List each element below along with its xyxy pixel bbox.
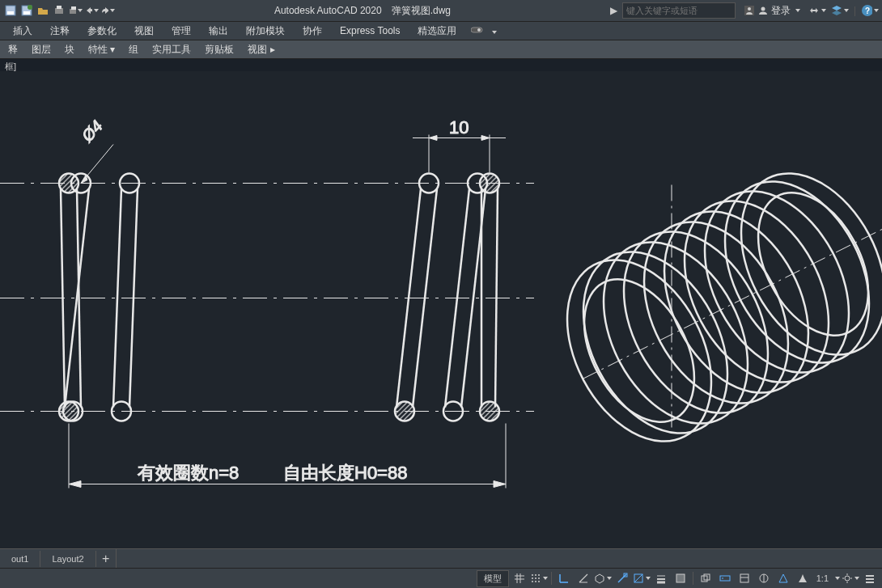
window-title: Autodesk AutoCAD 2020 弹簧视图.dwg xyxy=(115,4,610,18)
tab-group[interactable]: 组 xyxy=(122,41,145,58)
lineweight-icon[interactable] xyxy=(652,570,670,586)
ribbon-panel-tabs: 释 图层 块 特性 ▾ 组 实用工具 剪贴板 视图 ▸ xyxy=(0,40,882,59)
svg-rect-1 xyxy=(7,11,14,15)
tab-properties[interactable]: 特性 ▾ xyxy=(82,41,121,58)
drawing-canvas[interactable]: Ø4 10 有效圈数n=8 自由长度H0=88 xyxy=(0,71,882,549)
svg-point-32 xyxy=(480,174,499,193)
svg-point-35 xyxy=(480,402,499,421)
app-icon[interactable] xyxy=(831,2,849,19)
dynamic-input-icon[interactable] xyxy=(716,570,734,586)
status-scale[interactable]: 1:1 xyxy=(813,573,832,583)
exchange-icon[interactable] xyxy=(808,2,826,19)
svg-point-4 xyxy=(28,5,32,10)
menu-manage[interactable]: 管理 xyxy=(163,23,199,40)
osnap2-icon[interactable] xyxy=(633,570,651,586)
svg-point-58 xyxy=(575,218,777,448)
help-icon[interactable]: ? xyxy=(861,2,879,19)
tab-layer[interactable]: 图层 xyxy=(25,41,57,58)
workspace-icon[interactable] xyxy=(755,570,773,586)
plot-icon[interactable] xyxy=(52,3,66,18)
title-bar: Autodesk AutoCAD 2020 弹簧视图.dwg ▶ 登录 | ? xyxy=(0,0,882,22)
menu-collaborate[interactable]: 协作 xyxy=(295,23,330,40)
menu-featured[interactable]: 精选应用 xyxy=(409,23,464,40)
customization-icon[interactable] xyxy=(861,570,879,586)
settings-gear-icon[interactable] xyxy=(842,570,859,586)
redo-icon[interactable] xyxy=(100,3,115,18)
annotation-scale-icon[interactable] xyxy=(794,570,812,586)
layout-tab-2[interactable]: Layout2 xyxy=(40,551,95,567)
svg-point-22 xyxy=(59,402,78,421)
tab-interpret[interactable]: 释 xyxy=(2,41,24,58)
svg-point-73 xyxy=(535,574,536,576)
svg-point-72 xyxy=(532,574,533,576)
login-label: 登录 xyxy=(771,4,791,18)
isodraft-icon[interactable] xyxy=(594,570,612,586)
menu-express[interactable]: Express Tools xyxy=(332,23,408,38)
signin-icon xyxy=(744,5,755,16)
svg-marker-48 xyxy=(481,136,490,141)
transparency-icon[interactable] xyxy=(672,570,689,586)
ortho-icon[interactable] xyxy=(555,570,573,586)
quickprops-icon[interactable] xyxy=(736,570,753,586)
status-bar: 模型 1:1 xyxy=(0,568,882,588)
menu-addins[interactable]: 附加模块 xyxy=(238,23,293,40)
grid-icon[interactable] xyxy=(511,570,528,586)
svg-point-74 xyxy=(538,574,540,576)
menu-annotate[interactable]: 注释 xyxy=(42,23,78,40)
svg-marker-53 xyxy=(494,481,506,488)
menu-bar: 插入 注释 参数化 视图 管理 输出 附加模块 协作 Express Tools… xyxy=(0,22,882,40)
svg-point-11 xyxy=(761,7,765,11)
snap-icon[interactable] xyxy=(530,570,548,586)
open-icon[interactable] xyxy=(36,3,50,18)
menu-view[interactable]: 视图 xyxy=(126,23,162,40)
note-coils: 有效圈数n=8 xyxy=(138,463,239,483)
svg-point-78 xyxy=(532,581,533,582)
svg-rect-91 xyxy=(720,576,730,581)
menu-insert[interactable]: 插入 xyxy=(5,23,40,40)
svg-point-63 xyxy=(676,167,878,397)
status-model[interactable]: 模型 xyxy=(477,570,509,587)
svg-point-19 xyxy=(59,174,78,193)
svg-point-76 xyxy=(535,577,536,579)
svg-line-83 xyxy=(634,574,642,582)
menu-parametric[interactable]: 参数化 xyxy=(79,23,125,40)
print-icon[interactable] xyxy=(68,3,83,18)
save-as-icon[interactable] xyxy=(19,3,34,18)
svg-rect-3 xyxy=(23,11,30,15)
menu-output[interactable]: 输出 xyxy=(201,23,236,40)
note-length: 自由长度H0=88 xyxy=(283,463,407,483)
menu-overflow[interactable] xyxy=(466,23,501,38)
svg-rect-87 xyxy=(676,574,685,582)
svg-rect-8 xyxy=(71,6,76,10)
svg-text:?: ? xyxy=(865,6,870,15)
tab-clipboard[interactable]: 剪贴板 xyxy=(198,41,240,58)
svg-rect-6 xyxy=(57,6,61,9)
annotation-monitor-icon[interactable] xyxy=(774,570,792,586)
svg-marker-52 xyxy=(69,481,81,488)
user-icon xyxy=(758,6,768,15)
svg-point-75 xyxy=(532,577,533,579)
drawing-svg: Ø4 10 有效圈数n=8 自由长度H0=88 xyxy=(0,71,882,549)
tab-utilities[interactable]: 实用工具 xyxy=(146,41,197,58)
tab-block[interactable]: 块 xyxy=(58,41,81,58)
file-name: 弹簧视图.dwg xyxy=(392,4,451,18)
undo-icon[interactable] xyxy=(84,3,99,18)
search-input[interactable] xyxy=(622,2,736,19)
layout-add-button[interactable]: + xyxy=(96,549,117,569)
quick-access-toolbar xyxy=(3,3,115,18)
svg-marker-43 xyxy=(81,176,87,184)
tab-view[interactable]: 视图 ▸ xyxy=(241,41,281,58)
svg-point-15 xyxy=(477,28,481,32)
layout-tab-1[interactable]: out1 xyxy=(0,551,40,567)
signin-button[interactable]: 登录 xyxy=(740,4,804,18)
svg-point-79 xyxy=(535,581,536,582)
layout-tabs: out1 Layout2 + xyxy=(0,548,882,569)
polar-icon[interactable] xyxy=(575,570,592,586)
save-icon[interactable] xyxy=(3,3,18,18)
svg-point-77 xyxy=(538,577,540,579)
svg-rect-93 xyxy=(740,574,748,582)
svg-point-80 xyxy=(538,581,540,582)
osnap-icon[interactable] xyxy=(613,570,631,586)
selection-cycle-icon[interactable] xyxy=(697,570,715,586)
search-play-icon[interactable]: ▶ xyxy=(610,5,617,16)
